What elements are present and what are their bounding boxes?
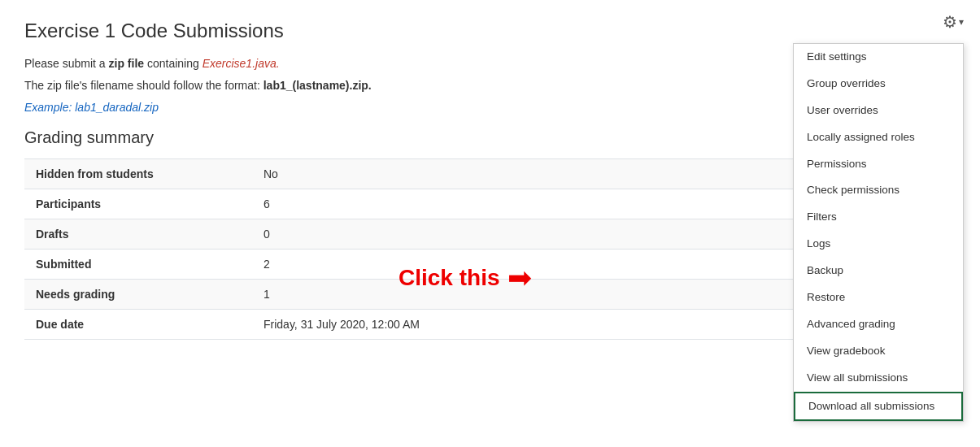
menu-item-advanced-grading[interactable]: Advanced grading: [794, 311, 963, 338]
menu-item-user-overrides[interactable]: User overrides: [794, 98, 963, 124]
menu-item-download-all-submissions[interactable]: Download all submissions: [794, 392, 963, 422]
arrow-right-icon: ➡: [507, 263, 532, 293]
gear-dropdown-menu: Edit settings Group overrides User overr…: [793, 43, 964, 422]
table-cell-label: Drafts: [24, 219, 252, 250]
menu-item-logs[interactable]: Logs: [794, 231, 963, 258]
bold-format: lab1_(lastname).zip.: [264, 79, 372, 92]
table-cell-label: Submitted: [24, 250, 252, 280]
table-cell-label: Participants: [24, 189, 252, 219]
page-title: Exercise 1 Code Submissions: [24, 20, 956, 42]
menu-item-view-gradebook[interactable]: View gradebook: [794, 338, 963, 365]
gear-area[interactable]: ⚙ ▾ Edit settings Group overrides User o…: [943, 12, 964, 32]
example-link[interactable]: lab1_daradal.zip: [75, 101, 159, 114]
bold-zip-file: zip file: [109, 57, 145, 70]
menu-item-view-all-submissions[interactable]: View all submissions: [794, 365, 963, 392]
menu-item-backup[interactable]: Backup: [794, 258, 963, 284]
table-cell-label: Due date: [24, 310, 252, 340]
menu-item-locally-assigned-roles[interactable]: Locally assigned roles: [794, 124, 963, 151]
menu-item-group-overrides[interactable]: Group overrides: [794, 71, 963, 98]
menu-item-check-permissions[interactable]: Check permissions: [794, 177, 963, 204]
italic-filename: Exercise1.java.: [203, 57, 280, 70]
table-cell-label: Hidden from students: [24, 159, 252, 189]
click-annotation: Click this ➡: [399, 263, 532, 293]
menu-item-permissions[interactable]: Permissions: [794, 151, 963, 178]
menu-item-restore[interactable]: Restore: [794, 284, 963, 311]
table-cell-label: Needs grading: [24, 280, 252, 310]
dropdown-caret-icon: ▾: [959, 16, 964, 28]
gear-button[interactable]: ⚙: [943, 12, 957, 32]
page-container: ⚙ ▾ Edit settings Group overrides User o…: [0, 0, 980, 356]
menu-item-edit-settings[interactable]: Edit settings: [794, 44, 963, 71]
menu-item-filters[interactable]: Filters: [794, 204, 963, 231]
click-this-text: Click this: [399, 265, 499, 291]
